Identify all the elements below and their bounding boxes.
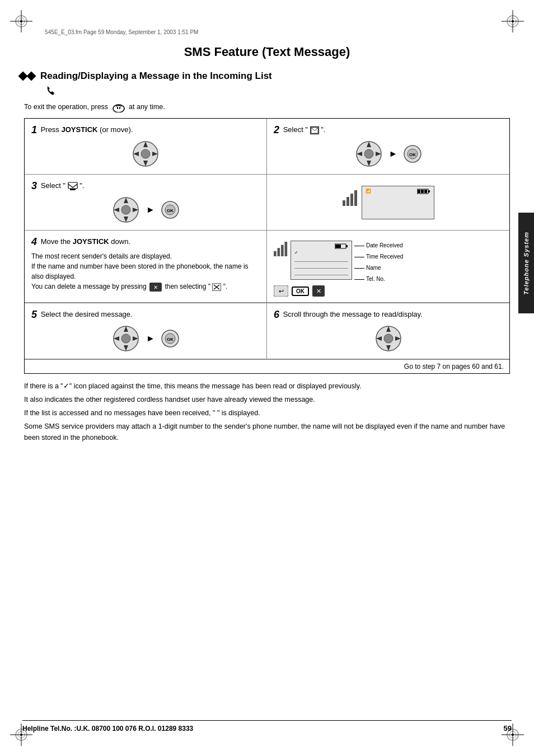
svg-point-79 xyxy=(121,334,130,343)
svg-text:OK: OK xyxy=(167,208,174,213)
corner-decoration-tl xyxy=(10,10,32,32)
step5-number: 5 xyxy=(31,309,37,321)
svg-rect-53 xyxy=(354,190,357,206)
step2-text: Select " ". xyxy=(281,124,325,135)
signal-icon xyxy=(343,189,358,209)
note-2: It also indicates the other registered c… xyxy=(24,394,514,405)
step4-details: The most recent sender's details are dis… xyxy=(31,251,260,292)
svg-rect-68 xyxy=(346,245,348,247)
note-4: Some SMS service providers may attach a … xyxy=(24,421,514,443)
svg-rect-55 xyxy=(428,190,430,192)
step4-screen-cell: ✓ Date Received Time Received xyxy=(267,231,509,303)
ok-button-5: OK xyxy=(161,329,180,348)
step3-number: 3 xyxy=(31,180,37,192)
file-info: 545E_E_03.fm Page 59 Monday, September 1… xyxy=(45,29,198,35)
joystick-icon-1 xyxy=(131,139,160,168)
svg-rect-56 xyxy=(418,190,420,193)
step4-number: 4 xyxy=(31,236,37,248)
tel-no-label: Tel. No. xyxy=(366,276,385,282)
diamond-bullets xyxy=(20,73,35,79)
step2-cell: 2 Select " ". xyxy=(267,119,509,175)
svg-text:OK: OK xyxy=(167,337,174,342)
step2-number: 2 xyxy=(274,124,279,136)
svg-point-9 xyxy=(512,20,514,22)
step5-text: Select the desired message. xyxy=(39,309,133,320)
goto-text: Go to step 7 on pages 60 and 61. xyxy=(404,363,504,370)
goto-row: Go to step 7 on pages 60 and 61. xyxy=(25,359,509,373)
note-1: If there is a "✓" icon placed against th… xyxy=(24,381,514,392)
svg-rect-69 xyxy=(335,245,341,248)
svg-rect-52 xyxy=(350,194,353,206)
joystick-icon-3 xyxy=(111,195,140,224)
svg-rect-66 xyxy=(285,242,288,256)
step3-screen-cell: 📶 xyxy=(267,175,509,231)
svg-rect-63 xyxy=(274,251,277,256)
joystick-icon-5 xyxy=(111,324,140,353)
step3-text: Select " ". xyxy=(39,180,84,191)
svg-text:OK: OK xyxy=(409,152,416,157)
step1-text: Press JOYSTICK (or move). xyxy=(39,124,133,135)
ok-nav-button: OK xyxy=(292,287,309,296)
svg-rect-65 xyxy=(281,245,284,256)
footer: Helpline Tel.No. :U.K. 08700 100 076 R.O… xyxy=(22,720,512,732)
footer-page: 59 xyxy=(504,724,512,732)
name-label: Name xyxy=(366,265,381,271)
ok-button-2: OK xyxy=(403,144,422,163)
signal-icon-4 xyxy=(274,241,288,259)
page-title: SMS Feature (Text Message) xyxy=(20,45,514,59)
svg-point-88 xyxy=(384,334,393,343)
step6-cell: 6 Scroll through the message to read/dis… xyxy=(267,303,509,359)
joystick-icon-2 xyxy=(354,139,383,168)
step6-number: 6 xyxy=(274,309,279,321)
side-tab: Telephone System xyxy=(518,213,534,313)
step3-cell: 3 Select " ". xyxy=(25,175,267,231)
svg-point-28 xyxy=(141,149,150,158)
notes-section: If there is a "✓" icon placed against th… xyxy=(24,381,514,443)
svg-rect-40 xyxy=(70,189,76,190)
svg-point-19 xyxy=(512,734,514,736)
svg-point-35 xyxy=(364,149,373,158)
svg-rect-57 xyxy=(421,190,424,193)
ok-button-3: OK xyxy=(161,200,180,219)
svg-rect-58 xyxy=(424,190,427,193)
date-received-label: Date Received xyxy=(366,243,403,248)
section-heading-text: Reading/Displaying a Message in the Inco… xyxy=(40,71,272,82)
side-tab-label: Telephone System xyxy=(523,232,530,295)
instruction-box: 1 Press JOYSTICK (or move). xyxy=(24,118,510,374)
back-icon: ↩ xyxy=(274,285,288,297)
svg-rect-50 xyxy=(343,200,345,206)
note-3: If the list is accessed and no messages … xyxy=(24,407,514,419)
detail-labels: Date Received Time Received Name Te xyxy=(354,243,403,282)
joystick-icon-6 xyxy=(374,324,403,353)
svg-point-4 xyxy=(20,20,22,22)
diamond-2 xyxy=(27,72,36,81)
phone-handset-icon xyxy=(45,85,514,100)
step1-number: 1 xyxy=(31,124,37,136)
time-received-label: Time Received xyxy=(366,254,403,260)
step4-cell: 4 Move the JOYSTICK down. The most recen… xyxy=(25,231,267,303)
svg-rect-51 xyxy=(346,197,349,206)
step5-cell: 5 Select the desired message. ► xyxy=(25,303,267,359)
lcd-screen-4: ✓ xyxy=(291,241,352,280)
exit-instruction: To exit the operation, press at any time… xyxy=(24,102,514,112)
svg-rect-21 xyxy=(117,107,118,109)
svg-text:✕: ✕ xyxy=(153,284,158,290)
arrow-icon-5: ► xyxy=(146,334,155,343)
arrow-icon-2: ► xyxy=(389,149,398,158)
svg-text:✕: ✕ xyxy=(316,288,321,294)
svg-rect-64 xyxy=(278,248,280,256)
x-button: ✕ xyxy=(312,285,325,297)
section-heading: Reading/Displaying a Message in the Inco… xyxy=(20,71,514,82)
footer-helpline: Helpline Tel.No. :U.K. 08700 100 076 R.O… xyxy=(22,725,193,732)
svg-rect-22 xyxy=(119,107,120,109)
step4-text: Move the JOYSTICK down. xyxy=(39,236,130,247)
arrow-icon-3: ► xyxy=(146,205,155,214)
corner-decoration-tr xyxy=(502,10,524,32)
svg-point-14 xyxy=(20,734,22,736)
step6-text: Scroll through the message to read/displ… xyxy=(281,309,423,320)
step1-cell: 1 Press JOYSTICK (or move). xyxy=(25,119,267,175)
svg-text:↩: ↩ xyxy=(279,288,284,294)
nav-icons-row: ↩ OK ✕ xyxy=(274,285,503,297)
svg-point-46 xyxy=(121,205,130,214)
lcd-screen-3: 📶 xyxy=(362,186,434,219)
